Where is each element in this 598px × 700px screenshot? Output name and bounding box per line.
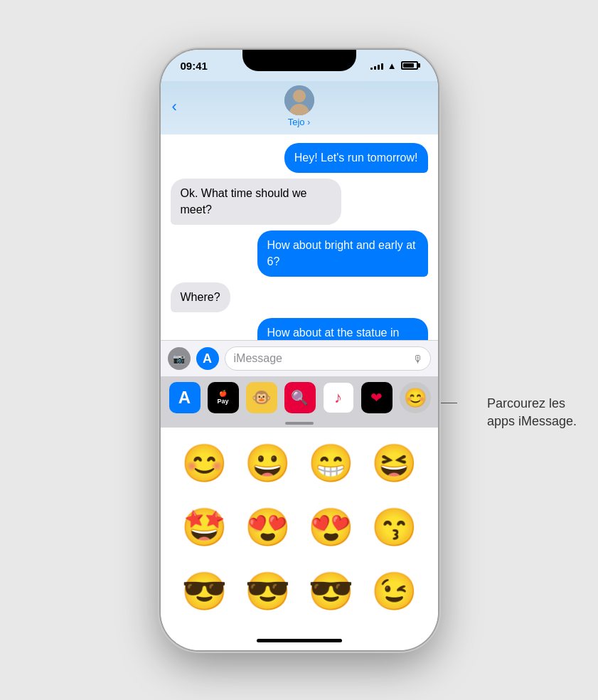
mic-icon: 🎙 [412,353,423,365]
message-row: Ok. What time should we meet? [171,179,428,225]
message-bubble-sent: Hey! Let's run tomorrow! [284,143,428,173]
message-bubble-sent: How about at the statue in the park? [257,318,428,340]
home-indicator [161,630,438,650]
globe-search-icon: 🔍 [291,389,309,406]
camera-icon: 📷 [173,353,185,364]
emoji-cell[interactable]: 😍 [238,499,297,556]
emoji-icon: 😊 [404,387,427,409]
back-button[interactable]: ‹ [172,97,177,116]
input-placeholder: iMessage [234,352,282,365]
message-input[interactable]: iMessage 🎙 [225,346,431,371]
camera-button[interactable]: 📷 [168,347,191,370]
iphone-device: 09:41 ▲ ‹ [161,50,438,650]
app-store-button[interactable]: A [169,382,201,413]
apps-strip: A 🍎Pay 🐵 🔍 ♪ ❤ 😊 [161,376,438,419]
message-bubble-received: Ok. What time should we meet? [171,179,341,225]
emoji-cell[interactable]: 😊 [175,435,234,492]
apps-button[interactable]: A [196,347,219,370]
annotation-text: Parcourez les apps iMessage. [487,395,577,430]
message-row: Hey! Let's run tomorrow! [171,143,428,173]
emoji-cell[interactable]: 😍 [301,499,361,556]
app-store-icon: A [178,388,191,408]
apple-pay-button[interactable]: 🍎Pay [208,382,239,413]
message-bubble-sent: How about bright and early at 6? [257,230,428,277]
notch [242,50,356,71]
emoji-grid: 😊 😀 😁 😆 🤩 😍 😍 😙 😎 😎 😎 😉 [161,428,438,630]
emoji-button[interactable]: 😊 [400,382,431,413]
message-row: How about bright and early at 6? [171,230,428,277]
emoji-cell[interactable]: 😎 [301,563,361,620]
monkey-icon: 🐵 [252,388,271,407]
appstore-icon: A [203,351,212,366]
status-time: 09:41 [181,60,208,72]
signal-icon [370,61,383,70]
contact-name: Tejo › [288,117,310,127]
heart-icon: ❤ [370,389,383,406]
music-button[interactable]: ♪ [323,382,354,413]
home-bar [257,639,342,642]
emoji-cell[interactable]: 😙 [365,499,424,556]
apple-pay-icon: 🍎Pay [217,390,228,405]
message-bubble-received: Where? [171,282,230,312]
emoji-cell[interactable]: 😆 [365,435,424,492]
emoji-cell[interactable]: 😎 [238,563,297,620]
monkey-button[interactable]: 🐵 [246,382,277,413]
strip-divider [285,422,314,425]
globe-search-button[interactable]: 🔍 [284,382,316,413]
emoji-cell[interactable]: 😎 [175,563,234,620]
messages-area: Hey! Let's run tomorrow! Ok. What time s… [161,134,438,340]
strip-handle [161,419,438,428]
wifi-icon: ▲ [388,60,397,71]
heart-button[interactable]: ❤ [361,382,393,413]
battery-icon [401,61,418,70]
scene: Parcourez les apps iMessage. 09:41 ▲ [0,0,598,700]
music-icon: ♪ [334,388,342,407]
emoji-cell[interactable]: 😁 [301,435,361,492]
input-area: 📷 A iMessage 🎙 [161,340,438,376]
emoji-cell[interactable]: 😀 [238,435,297,492]
contact-info[interactable]: Tejo › [284,85,314,127]
status-icons: ▲ [370,60,418,71]
message-row: How about at the statue in the park? Dis… [171,318,428,340]
avatar [284,85,314,115]
emoji-cell[interactable]: 😉 [365,563,424,620]
message-row: Where? [171,282,428,312]
emoji-cell[interactable]: 🤩 [175,499,234,556]
nav-bar: ‹ Tejo › [161,81,438,134]
